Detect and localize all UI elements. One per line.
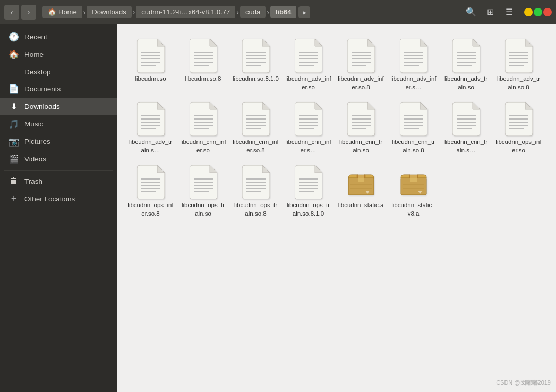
file-grid: libcudnn.so libcudnn.so.8 libcudnn.so.8.… [125, 35, 548, 222]
desktop-icon: 🖥 [8, 67, 19, 76]
document-file-icon [399, 39, 429, 73]
document-file-icon [241, 165, 271, 199]
file-item[interactable]: libcudnn_ops_train.so.8.1.0 [283, 161, 333, 222]
file-name-label: libcudnn_adv_train.so.8 [495, 75, 542, 91]
file-item[interactable]: libcudnn.so.8.1.0 [230, 35, 281, 96]
file-area: libcudnn.so libcudnn.so.8 libcudnn.so.8.… [117, 24, 556, 392]
file-item[interactable]: libcudnn_adv_train.so.8 [493, 35, 544, 96]
videos-icon: 🎬 [8, 154, 19, 164]
breadcrumb-cudnn[interactable]: cudnn-11.2-li…x64-v8.1.0.77 [136, 6, 235, 18]
sidebar-item-trash[interactable]: 🗑 Trash [0, 173, 117, 190]
nav-back-button[interactable]: ‹ [4, 5, 19, 20]
recent-icon: 🕐 [8, 32, 19, 42]
document-file-icon [241, 102, 271, 136]
file-name-label: libcudnn_adv_infer.s… [390, 75, 437, 91]
other-locations-icon: + [8, 193, 19, 204]
file-item[interactable]: libcudnn_adv_infer.s… [388, 35, 439, 96]
file-name-label: libcudnn.so.8 [185, 75, 221, 83]
sidebar-item-downloads[interactable]: ⬇ Downloads [0, 98, 117, 115]
file-name-label: libcudnn_adv_infer.so [285, 75, 331, 91]
document-file-icon [504, 39, 534, 73]
breadcrumb-home[interactable]: 🏠 Home [42, 6, 82, 18]
document-file-icon [294, 102, 323, 136]
file-name-label: libcudnn_cnn_train.so.8 [390, 138, 437, 155]
file-item[interactable]: libcudnn_adv_train.so [441, 35, 491, 96]
sidebar-item-music[interactable]: 🎵 Music [0, 115, 117, 133]
file-item[interactable]: libcudnn_cnn_train.so.8 [388, 98, 439, 159]
close-button[interactable] [543, 8, 552, 16]
breadcrumb-more-button[interactable]: ▸ [298, 6, 310, 18]
file-name-label: libcudnn_ops_train.so.8.1.0 [285, 201, 331, 218]
document-file-icon [136, 165, 166, 199]
file-name-label: libcudnn_ops_infer.so.8 [127, 201, 174, 218]
sidebar-item-home[interactable]: 🏠 Home [0, 46, 117, 63]
file-name-label: libcudnn_ops_train.so [180, 201, 226, 218]
file-name-label: libcudnn_ops_infer.so [495, 138, 542, 155]
file-item[interactable]: libcudnn_static.a [336, 161, 386, 222]
breadcrumb-sep-2: › [132, 8, 136, 16]
breadcrumb-sep-3: › [235, 8, 240, 16]
sidebar: 🕐 Recent 🏠 Home 🖥 Desktop 📄 Documents ⬇ … [0, 24, 117, 392]
file-name-label: libcudnn.so.8.1.0 [233, 75, 279, 83]
trash-icon: 🗑 [8, 176, 19, 186]
file-item[interactable]: libcudnn.so.8 [178, 35, 228, 96]
file-name-label: libcudnn_adv_infer.so.8 [338, 75, 384, 91]
menu-button[interactable]: ☰ [501, 4, 518, 21]
breadcrumb-downloads[interactable]: Downloads [87, 6, 131, 18]
document-file-icon [189, 39, 218, 73]
breadcrumb-lib64[interactable]: lib64 [270, 6, 297, 18]
svg-rect-108 [410, 175, 417, 182]
nav-forward-button[interactable]: › [21, 5, 36, 20]
file-item[interactable]: libcudnn_adv_train.s… [125, 98, 176, 159]
search-button[interactable]: 🔍 [463, 4, 480, 21]
file-name-label: libcudnn_adv_train.so [443, 75, 489, 91]
sidebar-item-desktop[interactable]: 🖥 Desktop [0, 63, 117, 80]
file-item[interactable]: libcudnn_cnn_infer.s… [283, 98, 333, 159]
file-item[interactable]: libcudnn_ops_infer.so.8 [125, 161, 176, 222]
file-item[interactable]: libcudnn.so [125, 35, 176, 96]
file-name-label: libcudnn.so [135, 75, 166, 83]
document-file-icon [399, 102, 429, 136]
file-item[interactable]: libcudnn_adv_infer.so.8 [336, 35, 386, 96]
document-file-icon [189, 102, 218, 136]
file-item[interactable]: libcudnn_ops_infer.so [493, 98, 544, 159]
file-item[interactable]: libcudnn_static_v8.a [388, 161, 439, 222]
document-file-icon [346, 39, 376, 73]
breadcrumb: 🏠 Home › Downloads › cudnn-11.2-li…x64-v… [42, 6, 456, 18]
file-item[interactable]: libcudnn_cnn_train.so [336, 98, 386, 159]
sidebar-item-videos[interactable]: 🎬 Videos [0, 150, 117, 168]
file-item[interactable]: libcudnn_ops_train.so [178, 161, 228, 222]
titlebar-actions: 🔍 ⊞ ☰ [463, 4, 518, 21]
sidebar-item-pictures[interactable]: 📷 Pictures [0, 133, 117, 150]
document-file-icon [189, 165, 218, 199]
document-file-icon [294, 39, 323, 73]
file-name-label: libcudnn_cnn_infer.s… [285, 138, 331, 155]
file-name-label: libcudnn_cnn_train.so [338, 138, 384, 155]
svg-rect-102 [358, 175, 364, 182]
document-file-icon [241, 39, 271, 73]
sidebar-divider [4, 170, 113, 171]
main-area: 🕐 Recent 🏠 Home 🖥 Desktop 📄 Documents ⬇ … [0, 24, 556, 392]
archive-file-icon [399, 165, 429, 199]
file-name-label: libcudnn_ops_train.so.8 [233, 201, 279, 218]
file-name-label: libcudnn_cnn_infer.so.8 [233, 138, 279, 155]
file-name-label: libcudnn_cnn_infer.so [180, 138, 226, 155]
view-toggle-button[interactable]: ⊞ [482, 4, 499, 21]
documents-icon: 📄 [8, 84, 19, 94]
file-name-label: libcudnn_cnn_train.s… [443, 138, 489, 155]
sidebar-item-recent[interactable]: 🕐 Recent [0, 28, 117, 46]
breadcrumb-sep-4: › [266, 8, 270, 16]
file-item[interactable]: libcudnn_cnn_infer.so [178, 98, 228, 159]
minimize-button[interactable] [524, 8, 533, 16]
file-item[interactable]: libcudnn_cnn_infer.so.8 [230, 98, 281, 159]
file-name-label: libcudnn_adv_train.s… [127, 138, 174, 155]
file-item[interactable]: libcudnn_cnn_train.s… [441, 98, 491, 159]
breadcrumb-cuda[interactable]: cuda [240, 6, 266, 18]
file-item[interactable]: libcudnn_ops_train.so.8 [230, 161, 281, 222]
file-item[interactable]: libcudnn_adv_infer.so [283, 35, 333, 96]
sidebar-item-documents[interactable]: 📄 Documents [0, 80, 117, 98]
titlebar: ‹ › 🏠 Home › Downloads › cudnn-11.2-li…x… [0, 0, 556, 24]
archive-file-icon [346, 165, 376, 199]
sidebar-item-other-locations[interactable]: + Other Locations [0, 190, 117, 208]
maximize-button[interactable] [534, 8, 542, 16]
